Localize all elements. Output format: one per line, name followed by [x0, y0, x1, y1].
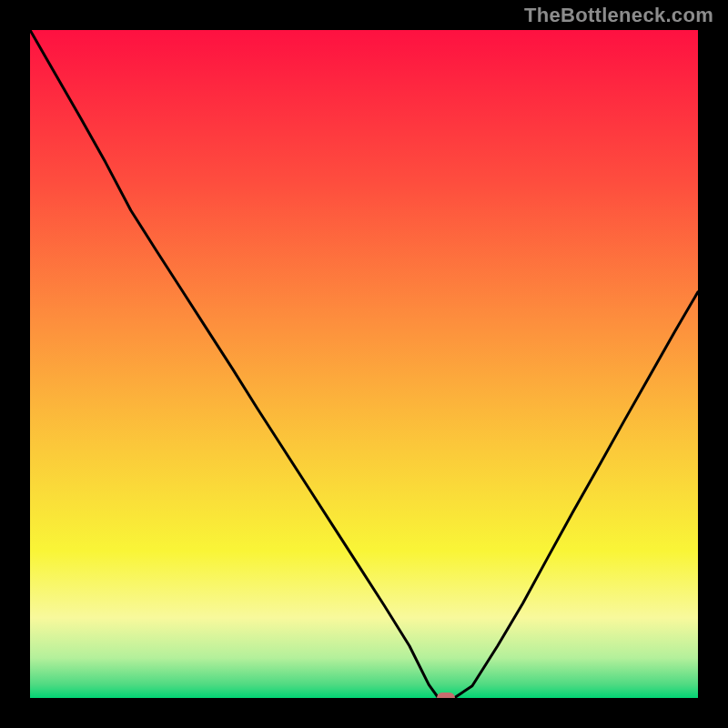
chart-frame: TheBottleneck.com [0, 0, 728, 728]
plot-area [30, 30, 698, 698]
watermark-text: TheBottleneck.com [524, 4, 713, 27]
optimal-point-marker [437, 693, 455, 698]
bottleneck-curve [30, 30, 698, 698]
